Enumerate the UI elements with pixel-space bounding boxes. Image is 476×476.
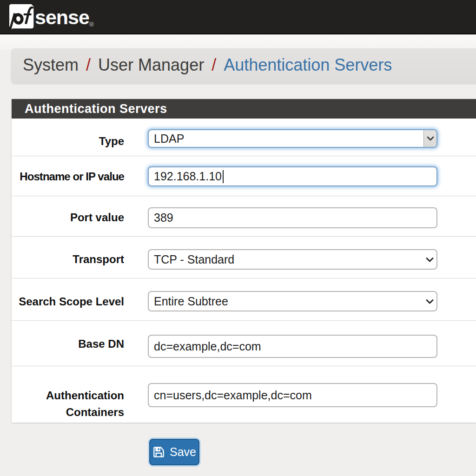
- svg-text:sense: sense: [35, 6, 89, 28]
- svg-text:®: ®: [89, 21, 94, 28]
